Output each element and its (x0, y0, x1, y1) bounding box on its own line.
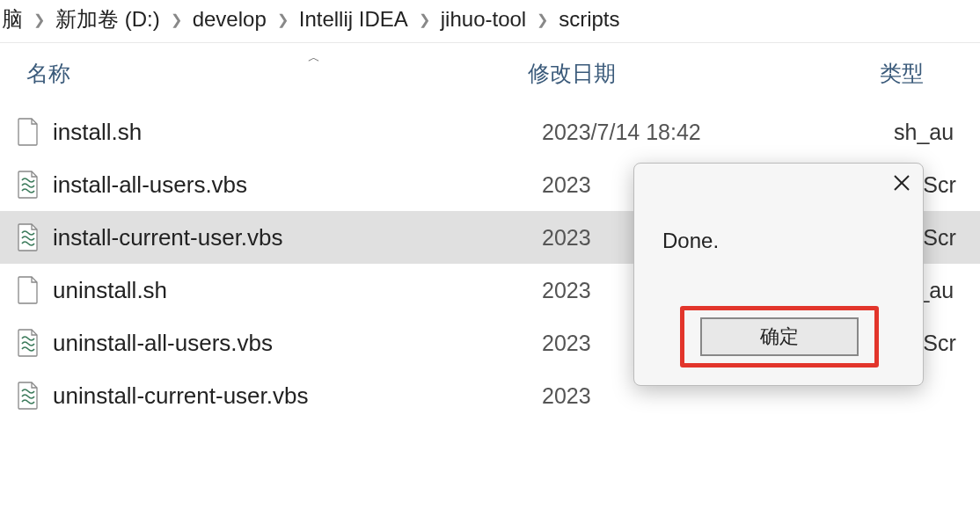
breadcrumb-item[interactable]: scripts (559, 7, 619, 32)
breadcrumb-item[interactable]: 新加卷 (D:) (55, 5, 160, 33)
file-name: uninstall.sh (53, 277, 542, 304)
file-name: install.sh (53, 119, 542, 146)
message-dialog: Done. 确定 (633, 163, 924, 386)
file-type: sh_au (894, 120, 980, 145)
sort-ascending-icon: ︿ (308, 50, 320, 66)
script-file-icon (16, 382, 40, 410)
breadcrumb-bar: 脑 ❯ 新加卷 (D:) ❯ develop ❯ Intellij IDEA ❯… (0, 0, 980, 43)
highlight-annotation: 确定 (680, 306, 879, 368)
ok-button[interactable]: 确定 (700, 317, 859, 356)
column-label: 名称 (26, 61, 70, 85)
column-header-date[interactable]: 修改日期 (528, 59, 880, 88)
file-name: uninstall-current-user.vbs (53, 382, 542, 410)
chevron-right-icon: ❯ (277, 11, 289, 28)
file-row[interactable]: install.sh2023/7/14 18:42sh_au (0, 106, 980, 158)
file-name: uninstall-all-users.vbs (53, 330, 542, 357)
column-headers: 名称 ︿ 修改日期 类型 (0, 43, 980, 104)
close-icon[interactable] (893, 174, 911, 192)
file-icon (16, 118, 40, 146)
file-name: install-current-user.vbs (53, 224, 542, 251)
chevron-right-icon: ❯ (33, 11, 45, 28)
column-header-name[interactable]: 名称 ︿ (26, 59, 528, 88)
chevron-right-icon: ❯ (171, 11, 182, 28)
dialog-footer: 确定 (650, 306, 909, 368)
file-name: install-all-users.vbs (53, 171, 542, 199)
breadcrumb-item[interactable]: develop (193, 7, 267, 32)
breadcrumb-item[interactable]: jihuo-tool (441, 7, 526, 32)
breadcrumb-item[interactable]: 脑 (2, 5, 23, 33)
breadcrumb-item[interactable]: Intellij IDEA (299, 7, 408, 32)
chevron-right-icon: ❯ (419, 11, 430, 28)
file-icon (16, 276, 40, 304)
script-file-icon (16, 329, 40, 357)
dialog-message: Done. (662, 229, 909, 253)
script-file-icon (16, 223, 40, 251)
column-header-type[interactable]: 类型 (880, 59, 980, 88)
file-date: 2023 (542, 383, 894, 409)
file-date: 2023/7/14 18:42 (542, 120, 894, 145)
script-file-icon (16, 171, 40, 199)
chevron-right-icon: ❯ (537, 11, 548, 28)
